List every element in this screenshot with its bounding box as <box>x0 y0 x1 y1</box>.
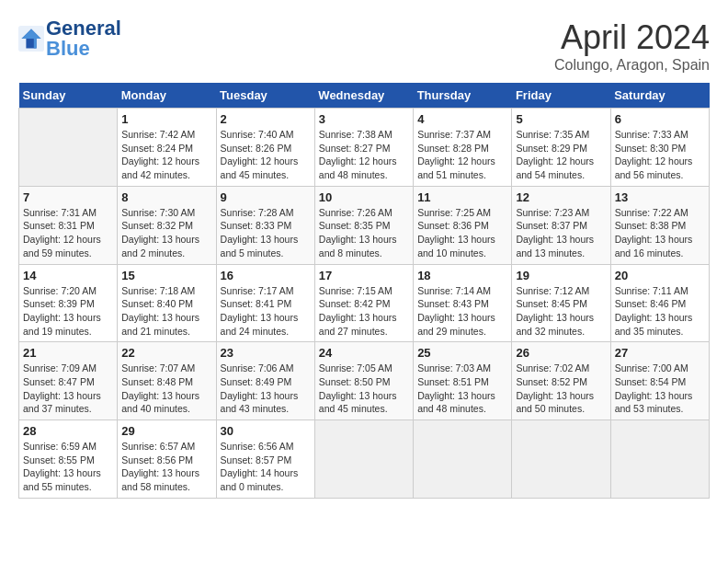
day-number: 1 <box>121 112 211 126</box>
day-info: Sunrise: 7:00 AMSunset: 8:54 PMDaylight:… <box>615 362 705 416</box>
day-cell: 30Sunrise: 6:56 AMSunset: 8:57 PMDayligh… <box>216 420 314 499</box>
day-number: 20 <box>615 269 705 282</box>
day-cell <box>19 109 118 187</box>
day-cell: 17Sunrise: 7:15 AMSunset: 8:42 PMDayligh… <box>314 264 413 342</box>
week-row-3: 14Sunrise: 7:20 AMSunset: 8:39 PMDayligh… <box>19 264 710 342</box>
header-saturday: Saturday <box>610 83 709 109</box>
day-number: 11 <box>417 190 507 204</box>
week-row-4: 21Sunrise: 7:09 AMSunset: 8:47 PMDayligh… <box>19 342 710 420</box>
day-number: 10 <box>319 190 409 204</box>
day-cell: 29Sunrise: 6:57 AMSunset: 8:56 PMDayligh… <box>118 420 216 499</box>
day-info: Sunrise: 7:20 AMSunset: 8:39 PMDaylight:… <box>23 284 113 339</box>
day-info: Sunrise: 7:38 AMSunset: 8:27 PMDaylight:… <box>319 128 409 182</box>
day-number: 16 <box>221 269 311 282</box>
day-info: Sunrise: 7:31 AMSunset: 8:31 PMDaylight:… <box>23 206 113 260</box>
day-cell: 4Sunrise: 7:37 AMSunset: 8:28 PMDaylight… <box>414 109 512 187</box>
header-thursday: Thursday <box>414 83 512 109</box>
day-cell: 14Sunrise: 7:20 AMSunset: 8:39 PMDayligh… <box>19 264 118 342</box>
day-number: 2 <box>221 112 311 126</box>
logo-icon <box>18 26 44 52</box>
day-info: Sunrise: 7:22 AMSunset: 8:38 PMDaylight:… <box>615 206 705 260</box>
day-cell: 10Sunrise: 7:26 AMSunset: 8:35 PMDayligh… <box>314 186 413 264</box>
day-info: Sunrise: 7:12 AMSunset: 8:45 PMDaylight:… <box>516 284 606 339</box>
day-cell: 22Sunrise: 7:07 AMSunset: 8:48 PMDayligh… <box>118 342 216 420</box>
day-info: Sunrise: 6:59 AMSunset: 8:55 PMDaylight:… <box>23 440 113 494</box>
day-info: Sunrise: 7:28 AMSunset: 8:33 PMDaylight:… <box>221 206 311 260</box>
day-number: 5 <box>516 112 606 126</box>
title-block: April 2024 Colungo, Aragon, Spain <box>554 18 710 74</box>
day-info: Sunrise: 7:15 AMSunset: 8:42 PMDaylight:… <box>319 284 409 339</box>
day-info: Sunrise: 6:57 AMSunset: 8:56 PMDaylight:… <box>121 440 211 494</box>
day-number: 26 <box>516 346 606 360</box>
page-header: General Blue April 2024 Colungo, Aragon,… <box>18 18 710 74</box>
week-row-1: 1Sunrise: 7:42 AMSunset: 8:24 PMDaylight… <box>19 109 710 187</box>
day-info: Sunrise: 7:25 AMSunset: 8:36 PMDaylight:… <box>417 206 507 260</box>
day-info: Sunrise: 7:06 AMSunset: 8:49 PMDaylight:… <box>221 362 311 416</box>
day-cell: 12Sunrise: 7:23 AMSunset: 8:37 PMDayligh… <box>512 186 610 264</box>
logo-text-blue: Blue <box>46 39 121 59</box>
day-info: Sunrise: 7:14 AMSunset: 8:43 PMDaylight:… <box>417 284 507 339</box>
day-number: 28 <box>23 424 113 438</box>
day-info: Sunrise: 7:11 AMSunset: 8:46 PMDaylight:… <box>615 284 705 339</box>
day-cell: 5Sunrise: 7:35 AMSunset: 8:29 PMDaylight… <box>512 109 610 187</box>
day-number: 8 <box>121 190 211 204</box>
day-info: Sunrise: 7:40 AMSunset: 8:26 PMDaylight:… <box>221 128 311 182</box>
day-info: Sunrise: 7:35 AMSunset: 8:29 PMDaylight:… <box>516 128 606 182</box>
day-info: Sunrise: 7:30 AMSunset: 8:32 PMDaylight:… <box>121 206 211 260</box>
header-wednesday: Wednesday <box>314 83 413 109</box>
day-info: Sunrise: 7:02 AMSunset: 8:52 PMDaylight:… <box>516 362 606 416</box>
day-number: 4 <box>417 112 507 126</box>
day-cell <box>414 420 512 499</box>
day-cell: 11Sunrise: 7:25 AMSunset: 8:36 PMDayligh… <box>414 186 512 264</box>
day-number: 21 <box>23 346 113 360</box>
day-number: 15 <box>121 269 211 282</box>
day-cell: 1Sunrise: 7:42 AMSunset: 8:24 PMDaylight… <box>118 109 216 187</box>
day-number: 19 <box>516 269 606 282</box>
day-cell: 23Sunrise: 7:06 AMSunset: 8:49 PMDayligh… <box>216 342 314 420</box>
day-cell: 7Sunrise: 7:31 AMSunset: 8:31 PMDaylight… <box>19 186 118 264</box>
day-cell <box>314 420 413 499</box>
day-number: 30 <box>221 424 311 438</box>
header-sunday: Sunday <box>19 83 118 109</box>
header-friday: Friday <box>512 83 610 109</box>
header-monday: Monday <box>118 83 216 109</box>
logo-text-general: General <box>46 18 121 39</box>
day-cell: 9Sunrise: 7:28 AMSunset: 8:33 PMDaylight… <box>216 186 314 264</box>
day-cell: 19Sunrise: 7:12 AMSunset: 8:45 PMDayligh… <box>512 264 610 342</box>
day-cell: 24Sunrise: 7:05 AMSunset: 8:50 PMDayligh… <box>314 342 413 420</box>
day-cell: 28Sunrise: 6:59 AMSunset: 8:55 PMDayligh… <box>19 420 118 499</box>
day-number: 7 <box>23 190 113 204</box>
day-number: 25 <box>417 346 507 360</box>
week-row-2: 7Sunrise: 7:31 AMSunset: 8:31 PMDaylight… <box>19 186 710 264</box>
day-info: Sunrise: 7:33 AMSunset: 8:30 PMDaylight:… <box>615 128 705 182</box>
day-info: Sunrise: 7:05 AMSunset: 8:50 PMDaylight:… <box>319 362 409 416</box>
day-number: 18 <box>417 269 507 282</box>
calendar-header-row: SundayMondayTuesdayWednesdayThursdayFrid… <box>19 83 710 109</box>
page-subtitle: Colungo, Aragon, Spain <box>554 57 710 74</box>
page-title: April 2024 <box>554 18 710 57</box>
day-info: Sunrise: 7:18 AMSunset: 8:40 PMDaylight:… <box>121 284 211 339</box>
week-row-5: 28Sunrise: 6:59 AMSunset: 8:55 PMDayligh… <box>19 420 710 499</box>
day-number: 12 <box>516 190 606 204</box>
day-cell: 21Sunrise: 7:09 AMSunset: 8:47 PMDayligh… <box>19 342 118 420</box>
calendar-table: SundayMondayTuesdayWednesdayThursdayFrid… <box>18 83 710 499</box>
day-number: 27 <box>615 346 705 360</box>
day-number: 23 <box>221 346 311 360</box>
day-cell: 6Sunrise: 7:33 AMSunset: 8:30 PMDaylight… <box>610 109 709 187</box>
day-cell: 15Sunrise: 7:18 AMSunset: 8:40 PMDayligh… <box>118 264 216 342</box>
day-cell: 16Sunrise: 7:17 AMSunset: 8:41 PMDayligh… <box>216 264 314 342</box>
day-cell: 8Sunrise: 7:30 AMSunset: 8:32 PMDaylight… <box>118 186 216 264</box>
day-number: 29 <box>121 424 211 438</box>
day-info: Sunrise: 6:56 AMSunset: 8:57 PMDaylight:… <box>221 440 311 494</box>
day-info: Sunrise: 7:42 AMSunset: 8:24 PMDaylight:… <box>121 128 211 182</box>
day-number: 14 <box>23 269 113 282</box>
day-info: Sunrise: 7:26 AMSunset: 8:35 PMDaylight:… <box>319 206 409 260</box>
day-number: 6 <box>615 112 705 126</box>
day-cell: 2Sunrise: 7:40 AMSunset: 8:26 PMDaylight… <box>216 109 314 187</box>
day-info: Sunrise: 7:03 AMSunset: 8:51 PMDaylight:… <box>417 362 507 416</box>
day-cell <box>610 420 709 499</box>
day-cell <box>512 420 610 499</box>
day-number: 17 <box>319 269 409 282</box>
day-info: Sunrise: 7:17 AMSunset: 8:41 PMDaylight:… <box>221 284 311 339</box>
day-number: 22 <box>121 346 211 360</box>
